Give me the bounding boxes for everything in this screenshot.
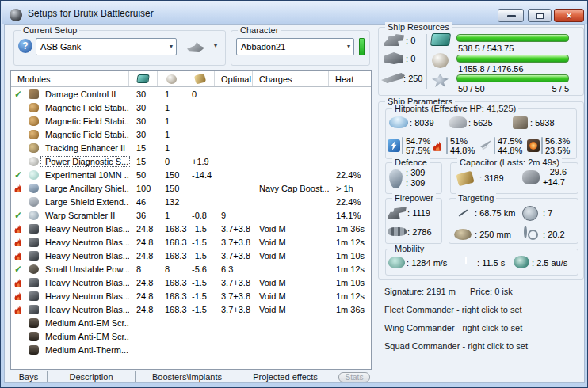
module-status bbox=[11, 250, 25, 261]
module-optimal-value: 6.3 bbox=[215, 264, 253, 274]
character-label: Character bbox=[238, 25, 281, 35]
maximize-button[interactable] bbox=[528, 9, 552, 22]
table-row[interactable]: Medium Anti-EM Scr... bbox=[11, 329, 371, 343]
module-cap-value: +1.9 bbox=[185, 157, 215, 166]
ship-browser-button[interactable]: ▾ bbox=[185, 40, 219, 55]
fleet-commander-slot[interactable]: Fleet Commander - right click to set bbox=[384, 305, 522, 314]
setup-select[interactable]: ASB Gank ▾ bbox=[36, 38, 177, 55]
module-icon bbox=[29, 264, 39, 274]
module-cpu-value: 100 bbox=[129, 184, 158, 193]
module-cpu-value: 8 bbox=[129, 264, 158, 274]
table-row[interactable]: Magnetic Field Stabi... 30 1 bbox=[11, 127, 371, 141]
module-name: Heavy Neutron Blas... bbox=[41, 278, 129, 287]
firepower-groupbox: Firepower 1119 2786 bbox=[385, 198, 442, 244]
column-optimal[interactable]: Optimal bbox=[215, 71, 253, 86]
signature-value: Signature: 2191 m bbox=[384, 287, 456, 296]
table-row[interactable]: Heavy Neutron Blas... 24.8 168.3 -1.5 3.… bbox=[11, 249, 371, 262]
module-name: Experimental 10MN ... bbox=[41, 170, 129, 180]
overheat-icon bbox=[13, 291, 24, 301]
module-name: Tracking Enhancer II bbox=[41, 143, 129, 153]
table-row[interactable]: ✓ Experimental 10MN ... 50 150 -14.4 22.… bbox=[11, 168, 371, 181]
table-row[interactable]: Heavy Neutron Blas... 24.8 168.3 -1.5 3.… bbox=[11, 276, 371, 289]
module-cpu-value: 24.8 bbox=[129, 251, 158, 261]
max-targets-value: 7 bbox=[543, 208, 552, 218]
module-icon bbox=[29, 305, 39, 314]
table-row[interactable]: Medium Anti-Therm... bbox=[11, 343, 371, 356]
column-charges[interactable]: Charges bbox=[253, 71, 329, 86]
table-row[interactable]: Magnetic Field Stabi... 30 1 bbox=[11, 101, 371, 114]
divider bbox=[446, 137, 448, 154]
drones-icon bbox=[432, 74, 449, 87]
table-row[interactable]: Power Diagnostic S... 15 0 +1.9 bbox=[11, 154, 371, 168]
table-row[interactable]: Large Ancillary Shiel... 100 150 Navy Ca… bbox=[11, 181, 371, 195]
column-heat[interactable]: Heat bbox=[329, 71, 371, 86]
bottom-tab-bar: Bays Description Boosters\Implants Proje… bbox=[10, 371, 372, 383]
column-capacitor[interactable] bbox=[185, 71, 215, 86]
table-row[interactable]: Heavy Neutron Blas... 24.8 168.3 -1.5 3.… bbox=[11, 235, 371, 249]
module-charges-value: Navy Cap Boost... bbox=[253, 184, 329, 193]
module-powergrid-value: 1 bbox=[158, 89, 185, 99]
table-row[interactable]: Heavy Neutron Blas... 24.8 168.3 -1.5 3.… bbox=[11, 222, 371, 235]
module-icon bbox=[29, 170, 39, 180]
stats-button[interactable]: Stats bbox=[338, 372, 370, 382]
module-name: Magnetic Field Stabi... bbox=[41, 116, 129, 126]
module-powergrid-value: 168.3 bbox=[158, 238, 185, 247]
mobility-label: Mobility bbox=[392, 244, 426, 253]
module-name: Large Ancillary Shiel... bbox=[41, 184, 129, 193]
launcher-hardpoints-icon bbox=[384, 52, 403, 64]
table-row[interactable]: Magnetic Field Stabi... 30 1 bbox=[11, 114, 371, 127]
character-select[interactable]: Abbadon21 ▾ bbox=[236, 38, 354, 55]
tab-boosters-implants[interactable]: Boosters\Implants bbox=[136, 372, 239, 382]
title-bar[interactable]: Setups for Brutix Battlecruiser × bbox=[2, 1, 588, 24]
capacitor-peak-drain: - 29.6 bbox=[544, 167, 567, 177]
module-icon bbox=[29, 238, 39, 247]
align-time-value: 11.5 s bbox=[477, 258, 505, 268]
table-row[interactable]: Medium Anti-EM Scr... bbox=[11, 316, 371, 329]
module-name: Magnetic Field Stabi... bbox=[41, 103, 129, 112]
ship-resources-label: Ship Resources bbox=[385, 22, 452, 32]
table-row[interactable]: Large Shield Extend... 46 132 22.4% bbox=[11, 195, 371, 208]
structure-hp-icon bbox=[513, 116, 528, 129]
module-cpu-value: 36 bbox=[129, 211, 158, 220]
maximize-icon bbox=[536, 13, 544, 19]
wing-commander-slot[interactable]: Wing Commander - right click to set bbox=[384, 323, 522, 333]
module-cap-value: -1.5 bbox=[185, 291, 215, 301]
module-powergrid-value: 1 bbox=[158, 130, 185, 139]
tab-description[interactable]: Description bbox=[48, 372, 135, 382]
capacitor-groupbox: Capacitor (Lasts: 2m 49s) 3189 - 29.6 +1… bbox=[450, 162, 578, 194]
table-row[interactable]: ✓ Warp Scrambler II 36 1 -0.8 9 14.1% bbox=[11, 208, 371, 222]
defence-value-top: 309 bbox=[406, 168, 425, 177]
tab-projected-effects[interactable]: Projected effects bbox=[239, 372, 331, 382]
tab-bays[interactable]: Bays bbox=[10, 372, 47, 382]
module-powergrid-value: 150 bbox=[158, 184, 185, 193]
overheat-icon bbox=[13, 223, 24, 234]
module-name: Medium Anti-EM Scr... bbox=[41, 332, 129, 341]
table-row[interactable]: ✓ Damage Control II 30 1 0 bbox=[11, 87, 371, 101]
module-name: Heavy Neutron Blas... bbox=[41, 238, 129, 247]
table-row[interactable]: ✓ Small Unstable Pow... 8 8 -5.6 6.3 1m … bbox=[11, 262, 371, 276]
minimize-button[interactable] bbox=[498, 9, 524, 22]
column-powergrid[interactable] bbox=[158, 71, 185, 86]
ship-parameters-groupbox: Ship Parameters Hitpoints (Effective HP:… bbox=[378, 101, 584, 280]
module-charges-value: Void M bbox=[253, 251, 329, 261]
module-charges-value: Void M bbox=[253, 305, 329, 314]
explosive-armor-resist: 23.5% bbox=[545, 146, 570, 155]
squad-commander-slot[interactable]: Squad Commander - right click to set bbox=[384, 341, 528, 351]
help-icon[interactable]: ? bbox=[18, 39, 32, 53]
module-powergrid-value: 1 bbox=[158, 143, 185, 153]
column-cpu[interactable] bbox=[129, 71, 158, 86]
module-cap-value: -1.5 bbox=[185, 238, 215, 247]
cap-recharge-icon bbox=[522, 170, 540, 184]
module-icon bbox=[29, 197, 39, 207]
close-button[interactable]: × bbox=[554, 9, 584, 22]
thermal-resist-icon bbox=[432, 139, 445, 152]
module-icon bbox=[29, 224, 39, 234]
module-charges-value: Void M bbox=[253, 291, 329, 301]
column-modules[interactable]: Modules bbox=[11, 71, 129, 86]
module-powergrid-value: 168.3 bbox=[158, 305, 185, 314]
module-heat-value: 1m 12s bbox=[329, 238, 371, 247]
current-setup-label: Current Setup bbox=[21, 25, 79, 35]
table-row[interactable]: Heavy Neutron Blas... 24.8 168.3 -1.5 3.… bbox=[11, 289, 371, 302]
table-row[interactable]: Tracking Enhancer II 15 1 bbox=[11, 141, 371, 154]
table-row[interactable]: Heavy Neutron Blas... 24.8 168.3 -1.5 3.… bbox=[11, 302, 371, 316]
